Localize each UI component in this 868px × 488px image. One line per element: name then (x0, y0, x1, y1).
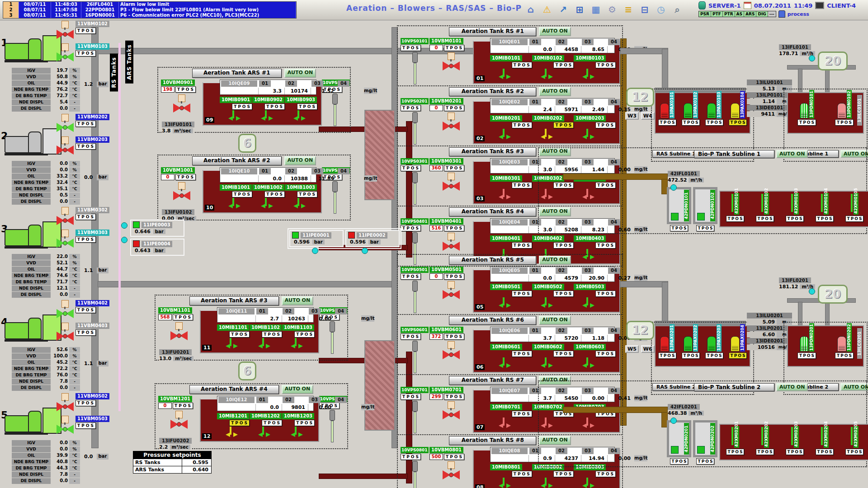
toolbar-icon[interactable]: ⌂ (524, 2, 538, 17)
info-tag[interactable]: 13ILU0201 (747, 313, 792, 319)
pump-faceplate-button[interactable]: TPOS (658, 352, 677, 359)
pump-icon[interactable] (707, 103, 716, 118)
mixer-faceplate-button[interactable]: TPOS (512, 291, 532, 297)
flow-tag[interactable]: 13IFL0101 (779, 44, 811, 50)
mixer-icon[interactable] (255, 427, 271, 438)
valve-faceplate-button[interactable]: TPOS (75, 143, 96, 150)
line-badge-6[interactable]: 6 (238, 361, 256, 380)
mixer-faceplate-button[interactable]: TPOS (232, 191, 252, 197)
mixer-icon[interactable] (495, 129, 512, 141)
pump-faceplate-button[interactable]: TPOS (658, 119, 677, 126)
blower-machine-icon[interactable] (5, 314, 61, 342)
mixer-icon[interactable] (495, 189, 512, 201)
flow-tag[interactable]: 13IFL0201 (779, 277, 811, 283)
pump-icon[interactable] (707, 336, 716, 352)
pump-faceplate-button[interactable]: TPOS (797, 119, 816, 126)
pump-icon[interactable] (671, 213, 679, 221)
blower-machine-icon[interactable] (5, 128, 61, 155)
probe-faceplate-button[interactable]: TPOS (401, 105, 421, 111)
mixer-icon[interactable] (495, 478, 512, 488)
line-badge-20[interactable]: 20 (818, 52, 848, 70)
level-probe-icon[interactable] (332, 94, 338, 126)
mixer-icon[interactable] (731, 194, 733, 212)
mixer-icon[interactable] (761, 427, 763, 445)
mixer-faceplate-button[interactable]: TPOS (297, 103, 317, 110)
mixer-faceplate-button[interactable]: TPOS (756, 449, 774, 455)
pressure-tag[interactable]: 11IPE0001 (301, 232, 331, 239)
mixer-icon[interactable] (290, 198, 307, 210)
mixer-faceplate-button[interactable]: TPOS (786, 216, 804, 222)
discharge-valve-icon[interactable] (56, 114, 74, 132)
mixer-faceplate-button[interactable]: TPOS (262, 331, 282, 338)
info-tag[interactable]: 13ILU0101 (747, 80, 792, 85)
pump-icon[interactable] (800, 103, 809, 118)
pump-faceplate-button[interactable]: TPOS (696, 458, 715, 465)
analyzer-tag[interactable]: 10IQE12 (218, 397, 255, 403)
discharge-valve-icon[interactable] (56, 21, 74, 39)
pump-icon[interactable] (837, 103, 846, 118)
mixer-icon[interactable] (222, 338, 239, 350)
pump-faceplate-button[interactable]: TPOS (835, 119, 854, 126)
mode-badge[interactable]: AUTO ON (282, 296, 313, 305)
pump-faceplate-button[interactable]: TPOS (729, 119, 747, 126)
valve-faceplate-button[interactable]: TPOS (175, 174, 196, 180)
mixer-icon[interactable] (258, 110, 274, 122)
probe-faceplate-button[interactable]: TPOS (401, 165, 421, 171)
inlet-valve-icon[interactable] (442, 233, 460, 251)
mixer-icon[interactable] (821, 427, 823, 445)
inlet-valve-icon[interactable] (442, 52, 460, 70)
valve-faceplate-button[interactable]: TPOS (75, 400, 96, 406)
probe-faceplate-button[interactable]: TPOS (401, 394, 421, 400)
pump-icon[interactable] (671, 446, 679, 454)
pump-icon[interactable] (697, 213, 705, 221)
mixer-icon[interactable] (290, 110, 307, 122)
mixer-faceplate-button[interactable]: TPOS (512, 471, 532, 477)
inlet-valve-icon[interactable] (442, 341, 460, 359)
bypass-valve-icon[interactable] (56, 230, 74, 248)
level-probe-icon[interactable] (412, 281, 418, 313)
bypass-valve-icon[interactable] (56, 323, 74, 341)
pump-faceplate-button[interactable]: TPOS (670, 458, 689, 465)
pump-icon[interactable] (660, 103, 669, 118)
analyzer-tag[interactable]: 10IQE04 (491, 219, 528, 225)
w-selector-button[interactable]: W5 (625, 345, 639, 353)
level-probe-icon[interactable] (412, 401, 418, 433)
analyzer-tag[interactable]: 10IQE06 (491, 328, 528, 334)
probe-faceplate-button[interactable]: TPOS (401, 454, 421, 460)
mixer-faceplate-button[interactable]: TPOS (294, 420, 315, 426)
pump-icon[interactable] (731, 336, 740, 352)
mixer-icon[interactable] (225, 198, 241, 210)
mixer-icon[interactable] (495, 418, 512, 429)
pump-icon[interactable] (684, 336, 693, 352)
valve-faceplate-button[interactable]: TPOS (75, 28, 96, 34)
toolbar-icon[interactable]: ↗ (556, 2, 571, 17)
level-probe-icon[interactable] (412, 461, 418, 488)
mixer-faceplate-button[interactable]: TPOS (512, 411, 532, 417)
biop-mode-badge[interactable]: AUTO ON (776, 150, 808, 158)
pressure-tag[interactable]: 11IPE0003 (142, 222, 172, 228)
level-probe-icon[interactable] (412, 52, 418, 84)
valve-faceplate-button[interactable]: TPOS (444, 165, 464, 171)
flow-tag[interactable]: 13IFU0202 (159, 438, 192, 444)
mixer-faceplate-button[interactable]: TPOS (229, 331, 250, 338)
mixer-faceplate-button[interactable]: TPOS (512, 62, 532, 68)
mixer-faceplate-button[interactable]: TPOS (726, 449, 745, 455)
analyzer-tag[interactable]: 10IQE10 (221, 168, 257, 174)
valve-faceplate-button[interactable]: TPOS (173, 314, 193, 320)
flow-tag[interactable]: 13IFU0101 (162, 122, 194, 127)
pump-icon[interactable] (837, 336, 846, 352)
blower-machine-icon[interactable] (5, 408, 61, 435)
pump-icon[interactable] (660, 336, 669, 352)
valve-faceplate-button[interactable]: TPOS (175, 86, 196, 93)
analyzer-tag[interactable]: 10IQE02 (491, 99, 528, 105)
analyzer-tag[interactable]: 10IQE11 (218, 308, 255, 314)
flow-tag[interactable]: 13IFU0102 (162, 209, 194, 215)
level-probe-icon[interactable] (329, 410, 335, 442)
valve-faceplate-button[interactable]: TPOS (444, 273, 464, 280)
analyzer-tag[interactable]: 10IQE08 (491, 448, 528, 454)
mixer-faceplate-button[interactable]: TPOS (845, 449, 864, 455)
valve-faceplate-button[interactable]: TPOS (75, 236, 96, 243)
valve-faceplate-button[interactable]: TPOS (444, 394, 464, 400)
pump-faceplate-button[interactable]: TPOS (670, 225, 689, 231)
valve-faceplate-button[interactable]: TPOS (75, 214, 96, 220)
